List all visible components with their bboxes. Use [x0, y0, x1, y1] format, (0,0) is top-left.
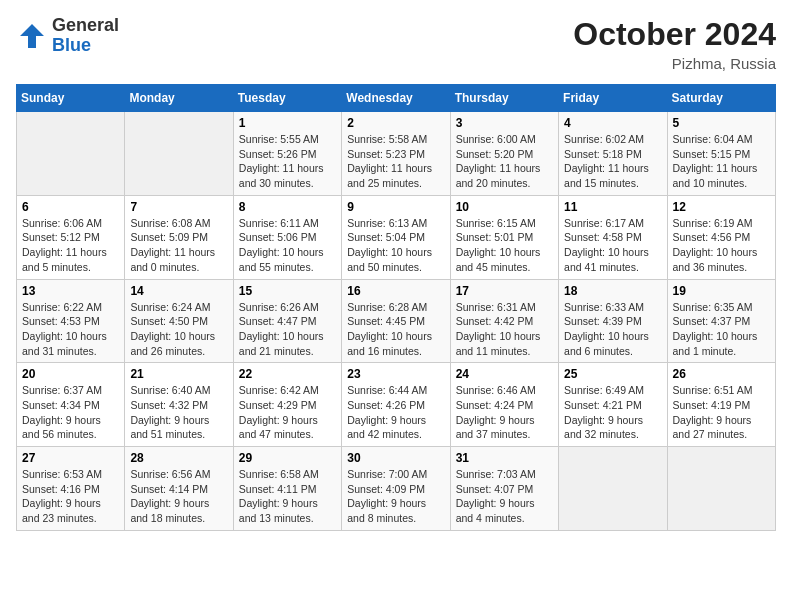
calendar-cell: 23Sunrise: 6:44 AMSunset: 4:26 PMDayligh…: [342, 363, 450, 447]
day-number: 13: [22, 284, 119, 298]
day-number: 7: [130, 200, 227, 214]
weekday-header-tuesday: Tuesday: [233, 85, 341, 112]
day-number: 14: [130, 284, 227, 298]
day-detail: Sunrise: 6:08 AMSunset: 5:09 PMDaylight:…: [130, 216, 227, 275]
location: Pizhma, Russia: [573, 55, 776, 72]
calendar-cell: 18Sunrise: 6:33 AMSunset: 4:39 PMDayligh…: [559, 279, 667, 363]
calendar-cell: 16Sunrise: 6:28 AMSunset: 4:45 PMDayligh…: [342, 279, 450, 363]
day-number: 22: [239, 367, 336, 381]
calendar-cell: 28Sunrise: 6:56 AMSunset: 4:14 PMDayligh…: [125, 447, 233, 531]
day-detail: Sunrise: 6:13 AMSunset: 5:04 PMDaylight:…: [347, 216, 444, 275]
day-number: 28: [130, 451, 227, 465]
day-detail: Sunrise: 6:15 AMSunset: 5:01 PMDaylight:…: [456, 216, 553, 275]
day-number: 6: [22, 200, 119, 214]
day-number: 8: [239, 200, 336, 214]
calendar-cell: 12Sunrise: 6:19 AMSunset: 4:56 PMDayligh…: [667, 195, 775, 279]
calendar-cell: 19Sunrise: 6:35 AMSunset: 4:37 PMDayligh…: [667, 279, 775, 363]
calendar-cell: 22Sunrise: 6:42 AMSunset: 4:29 PMDayligh…: [233, 363, 341, 447]
weekday-header-wednesday: Wednesday: [342, 85, 450, 112]
calendar-cell: 20Sunrise: 6:37 AMSunset: 4:34 PMDayligh…: [17, 363, 125, 447]
calendar-cell: 30Sunrise: 7:00 AMSunset: 4:09 PMDayligh…: [342, 447, 450, 531]
day-detail: Sunrise: 6:42 AMSunset: 4:29 PMDaylight:…: [239, 383, 336, 442]
calendar-cell: 1Sunrise: 5:55 AMSunset: 5:26 PMDaylight…: [233, 112, 341, 196]
day-number: 5: [673, 116, 770, 130]
calendar-cell: 7Sunrise: 6:08 AMSunset: 5:09 PMDaylight…: [125, 195, 233, 279]
day-number: 9: [347, 200, 444, 214]
day-detail: Sunrise: 6:35 AMSunset: 4:37 PMDaylight:…: [673, 300, 770, 359]
day-number: 24: [456, 367, 553, 381]
day-detail: Sunrise: 6:28 AMSunset: 4:45 PMDaylight:…: [347, 300, 444, 359]
page-header: General Blue October 2024 Pizhma, Russia: [16, 16, 776, 72]
calendar-week-3: 13Sunrise: 6:22 AMSunset: 4:53 PMDayligh…: [17, 279, 776, 363]
day-number: 20: [22, 367, 119, 381]
day-detail: Sunrise: 6:22 AMSunset: 4:53 PMDaylight:…: [22, 300, 119, 359]
day-number: 12: [673, 200, 770, 214]
day-detail: Sunrise: 6:44 AMSunset: 4:26 PMDaylight:…: [347, 383, 444, 442]
weekday-header-saturday: Saturday: [667, 85, 775, 112]
calendar-week-4: 20Sunrise: 6:37 AMSunset: 4:34 PMDayligh…: [17, 363, 776, 447]
day-detail: Sunrise: 6:17 AMSunset: 4:58 PMDaylight:…: [564, 216, 661, 275]
calendar-cell: 4Sunrise: 6:02 AMSunset: 5:18 PMDaylight…: [559, 112, 667, 196]
day-number: 31: [456, 451, 553, 465]
calendar-cell: [17, 112, 125, 196]
calendar-cell: [667, 447, 775, 531]
day-number: 10: [456, 200, 553, 214]
calendar-cell: 6Sunrise: 6:06 AMSunset: 5:12 PMDaylight…: [17, 195, 125, 279]
calendar-table: SundayMondayTuesdayWednesdayThursdayFrid…: [16, 84, 776, 531]
day-number: 26: [673, 367, 770, 381]
day-number: 29: [239, 451, 336, 465]
calendar-cell: 13Sunrise: 6:22 AMSunset: 4:53 PMDayligh…: [17, 279, 125, 363]
day-detail: Sunrise: 6:19 AMSunset: 4:56 PMDaylight:…: [673, 216, 770, 275]
day-detail: Sunrise: 7:03 AMSunset: 4:07 PMDaylight:…: [456, 467, 553, 526]
calendar-cell: [125, 112, 233, 196]
calendar-cell: 29Sunrise: 6:58 AMSunset: 4:11 PMDayligh…: [233, 447, 341, 531]
calendar-week-2: 6Sunrise: 6:06 AMSunset: 5:12 PMDaylight…: [17, 195, 776, 279]
day-detail: Sunrise: 6:24 AMSunset: 4:50 PMDaylight:…: [130, 300, 227, 359]
calendar-week-1: 1Sunrise: 5:55 AMSunset: 5:26 PMDaylight…: [17, 112, 776, 196]
day-detail: Sunrise: 6:04 AMSunset: 5:15 PMDaylight:…: [673, 132, 770, 191]
logo-text: General Blue: [52, 16, 119, 56]
day-detail: Sunrise: 6:11 AMSunset: 5:06 PMDaylight:…: [239, 216, 336, 275]
day-detail: Sunrise: 6:46 AMSunset: 4:24 PMDaylight:…: [456, 383, 553, 442]
calendar-cell: 11Sunrise: 6:17 AMSunset: 4:58 PMDayligh…: [559, 195, 667, 279]
day-detail: Sunrise: 5:58 AMSunset: 5:23 PMDaylight:…: [347, 132, 444, 191]
day-detail: Sunrise: 6:02 AMSunset: 5:18 PMDaylight:…: [564, 132, 661, 191]
day-number: 27: [22, 451, 119, 465]
day-number: 15: [239, 284, 336, 298]
calendar-cell: 21Sunrise: 6:40 AMSunset: 4:32 PMDayligh…: [125, 363, 233, 447]
calendar-cell: 5Sunrise: 6:04 AMSunset: 5:15 PMDaylight…: [667, 112, 775, 196]
day-number: 21: [130, 367, 227, 381]
day-number: 17: [456, 284, 553, 298]
day-number: 30: [347, 451, 444, 465]
day-number: 18: [564, 284, 661, 298]
calendar-cell: 2Sunrise: 5:58 AMSunset: 5:23 PMDaylight…: [342, 112, 450, 196]
calendar-header: SundayMondayTuesdayWednesdayThursdayFrid…: [17, 85, 776, 112]
logo-icon: [16, 20, 48, 52]
weekday-header-thursday: Thursday: [450, 85, 558, 112]
day-detail: Sunrise: 6:26 AMSunset: 4:47 PMDaylight:…: [239, 300, 336, 359]
day-number: 23: [347, 367, 444, 381]
day-number: 25: [564, 367, 661, 381]
calendar-cell: [559, 447, 667, 531]
calendar-cell: 15Sunrise: 6:26 AMSunset: 4:47 PMDayligh…: [233, 279, 341, 363]
day-detail: Sunrise: 6:53 AMSunset: 4:16 PMDaylight:…: [22, 467, 119, 526]
calendar-cell: 26Sunrise: 6:51 AMSunset: 4:19 PMDayligh…: [667, 363, 775, 447]
calendar-cell: 25Sunrise: 6:49 AMSunset: 4:21 PMDayligh…: [559, 363, 667, 447]
calendar-cell: 9Sunrise: 6:13 AMSunset: 5:04 PMDaylight…: [342, 195, 450, 279]
weekday-header-monday: Monday: [125, 85, 233, 112]
calendar-cell: 24Sunrise: 6:46 AMSunset: 4:24 PMDayligh…: [450, 363, 558, 447]
day-detail: Sunrise: 6:37 AMSunset: 4:34 PMDaylight:…: [22, 383, 119, 442]
logo-general: General: [52, 15, 119, 35]
day-detail: Sunrise: 6:56 AMSunset: 4:14 PMDaylight:…: [130, 467, 227, 526]
weekday-header-sunday: Sunday: [17, 85, 125, 112]
calendar-week-5: 27Sunrise: 6:53 AMSunset: 4:16 PMDayligh…: [17, 447, 776, 531]
day-detail: Sunrise: 6:31 AMSunset: 4:42 PMDaylight:…: [456, 300, 553, 359]
day-number: 1: [239, 116, 336, 130]
day-number: 16: [347, 284, 444, 298]
day-number: 11: [564, 200, 661, 214]
title-section: October 2024 Pizhma, Russia: [573, 16, 776, 72]
day-detail: Sunrise: 6:33 AMSunset: 4:39 PMDaylight:…: [564, 300, 661, 359]
logo-blue: Blue: [52, 35, 91, 55]
calendar-body: 1Sunrise: 5:55 AMSunset: 5:26 PMDaylight…: [17, 112, 776, 531]
month-title: October 2024: [573, 16, 776, 53]
